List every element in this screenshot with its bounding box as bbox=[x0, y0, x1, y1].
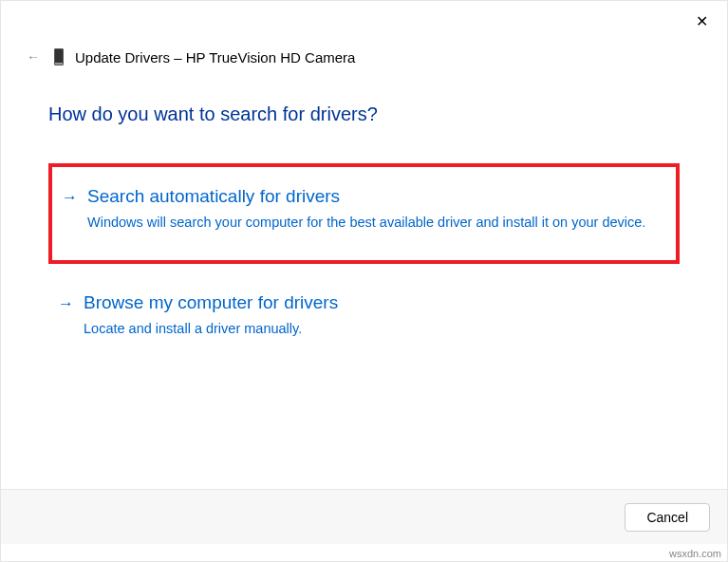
option-browse-computer[interactable]: → Browse my computer for drivers Locate … bbox=[48, 281, 680, 357]
close-icon: ✕ bbox=[696, 13, 708, 29]
dialog-footer: Cancel bbox=[1, 489, 727, 544]
option-description: Locate and install a driver manually. bbox=[84, 319, 670, 340]
watermark-text: wsxdn.com bbox=[669, 548, 721, 559]
cancel-button[interactable]: Cancel bbox=[625, 503, 710, 532]
option-text-block: Search automatically for drivers Windows… bbox=[87, 186, 666, 234]
option-text-block: Browse my computer for drivers Locate an… bbox=[84, 292, 670, 340]
option-title: Search automatically for drivers bbox=[87, 186, 666, 207]
option-title: Browse my computer for drivers bbox=[84, 292, 670, 313]
close-button[interactable]: ✕ bbox=[693, 14, 710, 31]
device-icon bbox=[54, 48, 64, 66]
back-arrow-icon: ← bbox=[27, 49, 40, 65]
back-button[interactable]: ← bbox=[24, 49, 43, 65]
option-search-automatically[interactable]: → Search automatically for drivers Windo… bbox=[48, 163, 680, 264]
dialog-content: How do you want to search for drivers? →… bbox=[1, 66, 727, 357]
dialog-header: ← Update Drivers – HP TrueVision HD Came… bbox=[1, 1, 727, 66]
arrow-right-icon: → bbox=[62, 188, 78, 234]
dialog-title: Update Drivers – HP TrueVision HD Camera bbox=[75, 49, 355, 66]
update-drivers-dialog: ✕ ← Update Drivers – HP TrueVision HD Ca… bbox=[0, 0, 728, 562]
arrow-right-icon: → bbox=[58, 294, 74, 340]
question-heading: How do you want to search for drivers? bbox=[48, 103, 680, 125]
option-description: Windows will search your computer for th… bbox=[87, 213, 666, 234]
